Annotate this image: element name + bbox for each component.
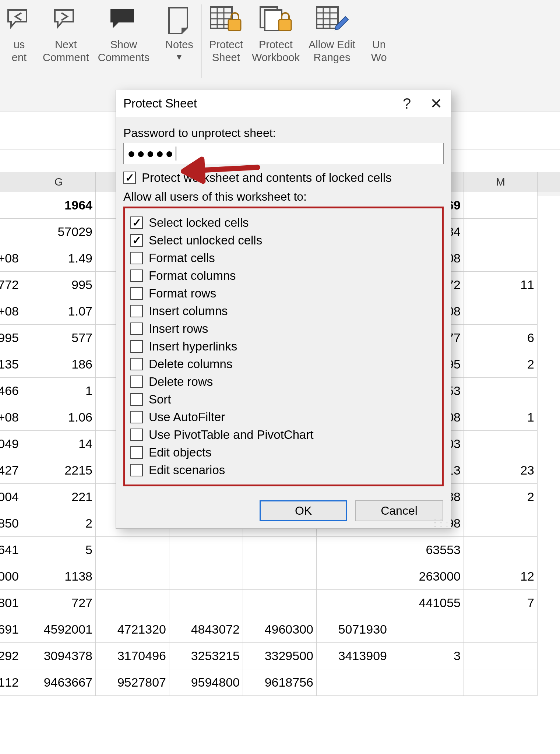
ribbon-protect-sheet-button[interactable]: ProtectSheet (205, 3, 247, 80)
cell[interactable]: 3094378 (22, 643, 96, 669)
cell[interactable]: 2145004 (0, 484, 22, 510)
cell[interactable]: 263000 (390, 563, 464, 590)
cell[interactable]: 6 (464, 325, 538, 351)
permission-checkbox[interactable] (130, 234, 143, 247)
cell[interactable]: 3329500 (243, 643, 317, 669)
cell[interactable]: 221 (22, 484, 96, 510)
cell[interactable] (243, 563, 317, 590)
cell[interactable] (464, 192, 538, 219)
cell[interactable]: 9527807 (96, 669, 169, 696)
cell[interactable]: 57029 (22, 219, 96, 245)
permission-checkbox[interactable] (130, 446, 143, 459)
cell[interactable]: 1167000 (0, 563, 22, 590)
cell[interactable]: 727 (22, 590, 96, 616)
cell[interactable]: 4592001 (22, 616, 96, 643)
cell[interactable]: 1.03E+08 (0, 404, 22, 431)
cell[interactable]: 1814135 (0, 351, 22, 378)
cell[interactable] (96, 590, 169, 616)
permission-checkbox[interactable] (130, 464, 143, 476)
cell[interactable]: 1.05E+08 (0, 298, 22, 325)
ribbon-protect-wb-button[interactable]: ProtectWorkbook (247, 3, 304, 80)
ribbon-notes-button[interactable]: Notes▾ (160, 3, 198, 80)
cell[interactable] (0, 192, 22, 219)
cell[interactable]: 2215 (22, 457, 96, 484)
cell[interactable]: 3413909 (317, 643, 390, 669)
permission-checkbox[interactable] (130, 287, 143, 300)
cell[interactable]: 9378112 (0, 669, 22, 696)
password-input[interactable]: ●●●●● (123, 143, 444, 164)
cell[interactable]: 12 (464, 563, 538, 590)
permission-checkbox[interactable] (130, 393, 143, 406)
cell[interactable] (169, 563, 243, 590)
cell[interactable]: 995 (22, 272, 96, 298)
ribbon-unshare-button[interactable]: UnWo (360, 3, 398, 80)
permission-checkbox[interactable] (130, 323, 143, 335)
cell[interactable]: 1824427 (0, 457, 22, 484)
cell[interactable]: 4721320 (96, 616, 169, 643)
cell[interactable]: 57641 (0, 537, 22, 563)
cell[interactable]: 5071930 (317, 616, 390, 643)
cell[interactable]: 3170496 (96, 643, 169, 669)
cell[interactable] (0, 219, 22, 245)
cell[interactable] (317, 563, 390, 590)
cell[interactable]: 4960300 (243, 616, 317, 643)
cell[interactable]: 1 (22, 378, 96, 404)
cell[interactable]: 1.45E+08 (0, 245, 22, 272)
cell[interactable] (390, 669, 464, 696)
cell[interactable]: 7223801 (0, 590, 22, 616)
cell[interactable]: 11 (464, 272, 538, 298)
permission-checkbox[interactable] (130, 358, 143, 370)
cell[interactable]: 9744772 (0, 272, 22, 298)
cell[interactable] (464, 298, 538, 325)
cell[interactable]: 4843072 (169, 616, 243, 643)
cell[interactable]: 1.07 (22, 298, 96, 325)
cell[interactable] (169, 537, 243, 563)
cell[interactable] (243, 590, 317, 616)
ribbon-next-comment-button[interactable]: NextComment (38, 3, 94, 80)
permission-checkbox[interactable] (130, 429, 143, 441)
cell[interactable]: 7 (464, 590, 538, 616)
cell[interactable] (464, 378, 538, 404)
cell[interactable] (390, 616, 464, 643)
cell[interactable] (317, 537, 390, 563)
permission-checkbox[interactable] (130, 252, 143, 264)
cell[interactable]: 63553 (390, 537, 464, 563)
column-header[interactable]: M (464, 172, 538, 192)
cell[interactable] (243, 537, 317, 563)
help-button[interactable]: ? (392, 92, 422, 115)
cell[interactable]: 2 (464, 351, 538, 378)
cell[interactable] (317, 590, 390, 616)
cell[interactable]: 22850 (0, 510, 22, 537)
cell[interactable] (464, 245, 538, 272)
cell[interactable]: 577 (22, 325, 96, 351)
cell[interactable]: 1138 (22, 563, 96, 590)
cell[interactable] (96, 537, 169, 563)
permission-checkbox[interactable] (130, 305, 143, 317)
cell[interactable]: 3 (390, 643, 464, 669)
ribbon-show-comments-button[interactable]: ShowComments (94, 3, 154, 80)
cancel-button[interactable]: Cancel (355, 500, 443, 521)
permission-checkbox[interactable] (130, 269, 143, 282)
cell[interactable]: 3026292 (0, 643, 22, 669)
cell[interactable]: 9594800 (169, 669, 243, 696)
cell[interactable] (464, 616, 538, 643)
permission-checkbox[interactable] (130, 216, 143, 229)
cell[interactable]: 3253215 (169, 643, 243, 669)
cell[interactable]: 9463667 (22, 669, 96, 696)
cell[interactable]: 1964 (22, 192, 96, 219)
cell[interactable]: 17466 (0, 378, 22, 404)
cell[interactable]: 4456691 (0, 616, 22, 643)
cell[interactable]: 2 (464, 484, 538, 510)
cell[interactable]: 1 (464, 404, 538, 431)
cell[interactable] (464, 669, 538, 696)
column-header[interactable]: F (0, 172, 22, 192)
permission-checkbox[interactable] (130, 340, 143, 353)
cell[interactable] (464, 431, 538, 457)
ribbon-prev-comment-button[interactable]: usent (0, 3, 38, 80)
cell[interactable]: 14 (22, 431, 96, 457)
cell[interactable]: 1.06 (22, 404, 96, 431)
cell[interactable]: 186 (22, 351, 96, 378)
cell[interactable] (464, 537, 538, 563)
column-header[interactable]: G (22, 172, 96, 192)
cell[interactable]: 138049 (0, 431, 22, 457)
